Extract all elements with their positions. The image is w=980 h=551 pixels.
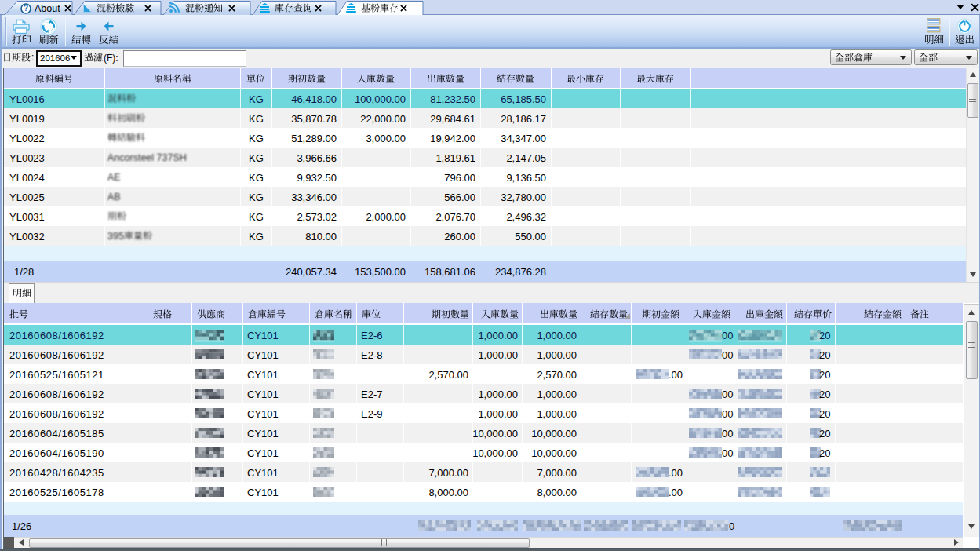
svg-text:?: ?: [24, 4, 28, 13]
